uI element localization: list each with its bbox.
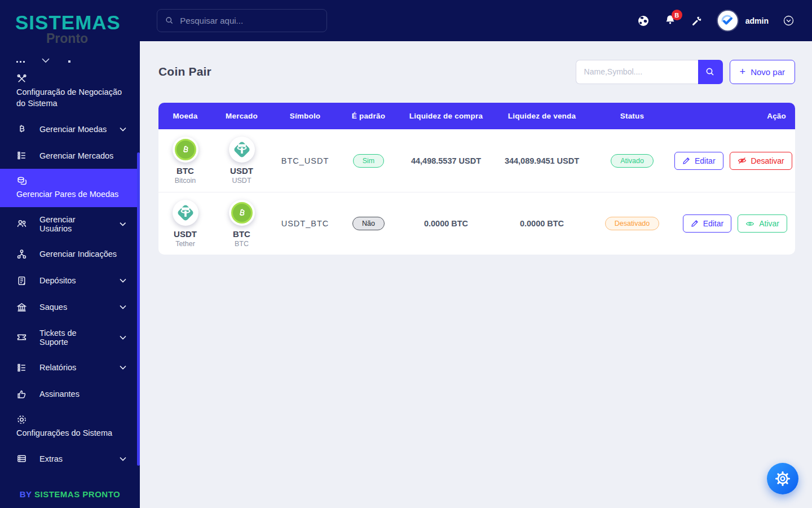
market-cell: USDT USDT — [212, 137, 271, 185]
sidebar-item-support-tickets[interactable]: Tickets de Suporte — [0, 321, 140, 354]
filter-input[interactable] — [576, 60, 698, 84]
notification-badge: B — [672, 10, 682, 20]
pencil-icon — [691, 220, 699, 227]
edit-label: Editar — [703, 219, 724, 228]
coin-symbol: BTC — [176, 166, 194, 176]
sidebar-item-label: Extras — [39, 454, 63, 463]
search-input[interactable] — [180, 16, 319, 25]
chevron-down-icon — [120, 222, 126, 226]
table-row: USDT Tether BTC BTC USDT — [158, 192, 795, 255]
globe-icon[interactable] — [637, 15, 650, 27]
sidebar-item-label: Depósitos — [39, 276, 76, 285]
topbar: B admin — [140, 0, 812, 41]
chevron-down-icon — [120, 278, 126, 283]
coin-cell: USDT Tether — [158, 200, 212, 248]
sidebar-item-label: Assinantes — [39, 389, 80, 398]
sidebar-item-referrals[interactable]: Gerenciar Indicações — [0, 241, 140, 268]
market-symbol: BTC — [233, 229, 250, 239]
col-header-liquidez-compra: Liquidez de compra — [398, 112, 494, 120]
status-cell: Ativado — [590, 154, 674, 168]
col-header-acao: Ação — [674, 112, 795, 120]
coin-stack-icon — [16, 176, 27, 186]
chevron-down-icon — [120, 335, 126, 340]
search-icon — [165, 16, 174, 25]
sidebar-item-withdrawals[interactable]: Saques — [0, 294, 140, 321]
tether-coin-icon — [173, 200, 198, 226]
pair-symbol: BTC_USDT — [271, 156, 339, 165]
content: Coin Pair + Novo par Moeda Mercado Símbo… — [140, 41, 812, 508]
table-header-row: Moeda Mercado Símbolo É padrão Liquidez … — [158, 103, 795, 129]
sidebar-item-users[interactable]: Gerenciar Usuários — [0, 207, 140, 241]
pencil-icon — [682, 157, 690, 165]
sidebar-item-coin-pairs[interactable]: Gerenciar Pares de Moedas — [0, 169, 140, 207]
sidebar-scrollbar[interactable] — [137, 152, 140, 466]
users-icon — [16, 218, 27, 229]
market-symbol: USDT — [230, 166, 253, 176]
default-badge: Sim — [353, 154, 385, 168]
sidebar-item-label: Configurações do Sistema — [16, 428, 126, 439]
sidebar-item-reports[interactable]: Relatórios — [0, 354, 140, 381]
search-icon — [705, 67, 715, 77]
username-label: admin — [745, 16, 769, 25]
wrench-icon[interactable] — [691, 15, 703, 27]
eye-off-icon — [738, 157, 747, 164]
extras-icon — [16, 453, 27, 464]
sidebar-footer: BY SISTEMAS PRONTO — [0, 483, 140, 508]
eye-icon — [745, 221, 754, 227]
sidebar-item-subscribers[interactable]: Assinantes — [0, 381, 140, 408]
edit-button[interactable]: Editar — [674, 152, 723, 170]
coin-pair-table: Moeda Mercado Símbolo É padrão Liquidez … — [158, 103, 795, 255]
gear-icon — [774, 470, 792, 488]
activate-button[interactable]: Ativar — [738, 214, 787, 233]
sidebar-item-coins[interactable]: Gerenciar Moedas — [0, 116, 140, 142]
bell-icon[interactable]: B — [664, 14, 676, 27]
logo-subtitle: Pronto — [46, 31, 140, 46]
sidebar-item-markets[interactable]: Gerenciar Mercados — [0, 142, 140, 169]
sidebar-item-extras[interactable]: Extras — [0, 445, 140, 472]
sidebar-menu: Configuração de Negociação do Sistema Ge… — [0, 67, 140, 483]
edit-button[interactable]: Editar — [683, 214, 732, 233]
report-icon — [16, 362, 27, 373]
sidebar-item-system-settings[interactable]: Configurações do Sistema — [0, 408, 140, 446]
table-body: BTC Bitcoin USDT USDT BTC_USDT Si — [158, 129, 795, 255]
list-icon — [16, 150, 27, 161]
market-cell: BTC BTC — [212, 200, 271, 248]
gear-icon — [16, 414, 27, 425]
coin-name: Tether — [175, 240, 195, 248]
bitcoin-icon — [16, 124, 27, 134]
main-area: B admin Coin Pair — [140, 0, 812, 508]
action-cell: Editar Ativar — [674, 214, 795, 233]
buy-liquidity: 0.0000 BTC — [398, 219, 494, 228]
status-badge: Ativado — [611, 154, 654, 168]
sell-liquidity: 344,089.9451 USDT — [494, 156, 590, 165]
sidebar-item-label: Gerenciar Moedas — [39, 125, 107, 134]
topbar-search[interactable] — [157, 9, 327, 32]
col-header-liquidez-venda: Liquidez de venda — [494, 112, 590, 120]
sidebar-item-trade-config[interactable]: Configuração de Negociação do Sistema — [0, 67, 140, 116]
filter-search-button[interactable] — [698, 60, 723, 84]
new-pair-button[interactable]: + Novo par — [730, 60, 795, 84]
edit-label: Editar — [695, 156, 716, 165]
action-cell: Editar Desativar — [674, 152, 800, 170]
col-header-padrao: É padrão — [339, 112, 398, 120]
sidebar-item-deposits[interactable]: Depósitos — [0, 268, 140, 294]
sidebar-item-label: Gerenciar Indicações — [39, 249, 117, 259]
floating-settings-button[interactable] — [767, 463, 798, 494]
coin-cell: BTC Bitcoin — [158, 137, 212, 185]
footer-brand-label: SISTEMAS PRONTO — [34, 489, 120, 499]
deactivate-button[interactable]: Desativar — [730, 152, 792, 170]
sidebar-item-clipped — [0, 54, 140, 67]
chevron-down-circle-icon[interactable] — [783, 15, 794, 26]
bitcoin-coin-icon — [173, 137, 198, 163]
tools-icon — [16, 73, 27, 84]
page-header: Coin Pair + Novo par — [158, 59, 795, 84]
coin-symbol: USDT — [174, 229, 197, 239]
new-pair-label: Novo par — [751, 67, 785, 77]
sidebar-item-label: Gerenciar Pares de Moedas — [16, 189, 126, 200]
deposit-icon — [16, 275, 27, 286]
default-cell: Não — [339, 217, 398, 230]
default-cell: Sim — [339, 154, 398, 168]
tether-coin-icon — [229, 137, 255, 163]
col-header-mercado: Mercado — [212, 112, 271, 120]
avatar[interactable] — [718, 11, 738, 30]
